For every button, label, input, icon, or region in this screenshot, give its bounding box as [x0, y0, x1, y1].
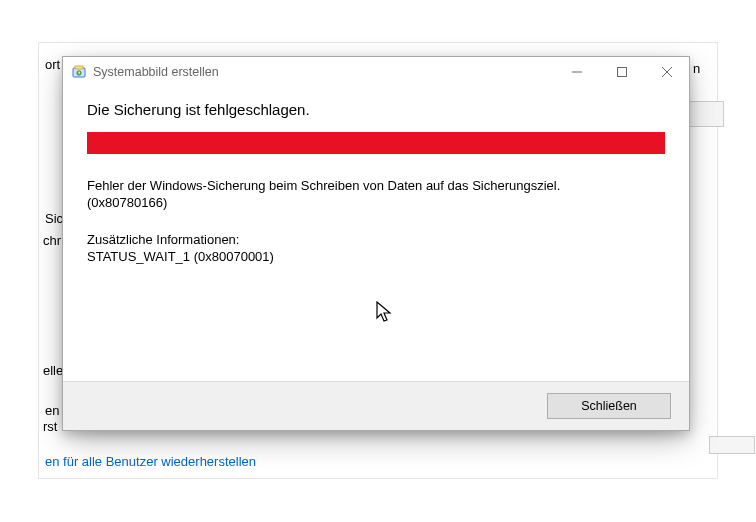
error-dialog: Systemabbild erstellen Die Sicherung ist…: [62, 56, 690, 431]
dialog-content: Die Sicherung ist fehlgeschlagen. Fehler…: [63, 87, 689, 266]
bg-left-3: elle: [43, 363, 63, 378]
bg-left-2: chr: [43, 233, 61, 248]
error-headline: Die Sicherung ist fehlgeschlagen.: [87, 101, 665, 118]
additional-info-block: Zusätzliche Informationen: STATUS_WAIT_1…: [87, 232, 665, 266]
close-button[interactable]: Schließen: [547, 393, 671, 419]
bg-link-fragment[interactable]: en für alle Benutzer wiederherstellen: [45, 454, 256, 469]
minimize-button[interactable]: [554, 58, 599, 86]
close-icon: [662, 67, 672, 77]
minimize-icon: [572, 67, 582, 77]
maximize-button[interactable]: [599, 58, 644, 86]
close-window-button[interactable]: [644, 58, 689, 86]
error-progress-bar: [87, 132, 665, 154]
bg-sort-fragment: ort: [45, 57, 60, 72]
svg-rect-4: [617, 68, 626, 77]
bg-button-ghost-2: [709, 436, 755, 454]
maximize-icon: [617, 67, 627, 77]
additional-info-detail: STATUS_WAIT_1 (0x80070001): [87, 249, 665, 266]
additional-info-label: Zusätzliche Informationen:: [87, 232, 665, 249]
bg-left-5: rst: [43, 419, 57, 434]
backup-app-icon: [71, 64, 87, 80]
bg-right-fragment: n: [693, 61, 700, 76]
svg-rect-1: [75, 66, 83, 69]
error-message-text: Fehler der Windows-Sicherung beim Schrei…: [87, 178, 665, 195]
error-message-block: Fehler der Windows-Sicherung beim Schrei…: [87, 178, 665, 212]
error-code-text: (0x80780166): [87, 195, 665, 212]
titlebar[interactable]: Systemabbild erstellen: [63, 57, 689, 87]
bg-left-4: en: [45, 403, 59, 418]
dialog-footer: Schließen: [63, 381, 689, 430]
dialog-title: Systemabbild erstellen: [93, 65, 219, 79]
bg-left-1: Sic: [45, 211, 63, 226]
